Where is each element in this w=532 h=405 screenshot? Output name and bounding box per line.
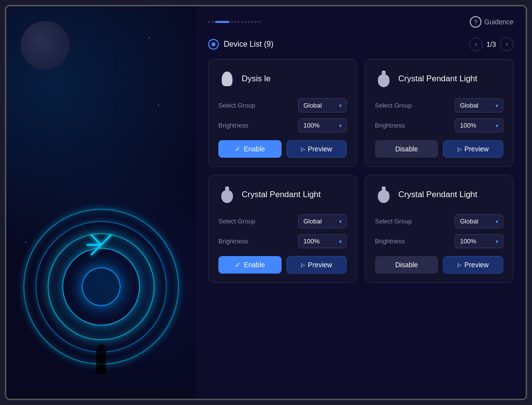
device-card-4: Crystal Pendant Light Select Group Globa… (365, 175, 514, 283)
device-card-3: Crystal Pendant Light Select Group Globa… (208, 175, 357, 283)
card-2-brightness-select-wrapper[interactable]: 100% 75% 50% 25% (455, 118, 503, 132)
cards-grid: Dysis le Select Group Global Group 1 Gro… (208, 59, 514, 283)
card-3-group-label: Select Group (218, 218, 255, 225)
card-1-light-icon (218, 68, 236, 90)
card-1-preview-button[interactable]: ▷ Preview (286, 140, 347, 158)
page-indicator: 1/3 (487, 40, 496, 48)
card-2-group-select[interactable]: Global Group 1 Group 2 (455, 98, 503, 112)
device-list-title: Device List (9) (208, 39, 273, 50)
card-3-group-row: Select Group Global Group 1 Group 2 (218, 214, 347, 228)
card-2-header: Crystal Pendant Light (375, 68, 503, 90)
card-3-actions: ✓ Enable ▷ Preview (218, 256, 347, 274)
card-3-brightness-select[interactable]: 100% 75% 50% 25% (298, 234, 347, 248)
card-3-group-select[interactable]: Global Group 1 Group 2 (298, 214, 347, 228)
card-4-brightness-label: Brightness (375, 238, 405, 245)
right-panel: ? Guidence Device List (9) ‹ 1/3 › (196, 6, 526, 399)
card-4-group-label: Select Group (375, 218, 412, 225)
card-1-brightness-select[interactable]: 100% 75% 50% 25% (298, 118, 347, 132)
card-4-brightness-row: Brightness 100% 75% 50% 25% (375, 234, 503, 248)
card-4-group-select[interactable]: Global Group 1 Group 2 (455, 214, 503, 228)
card-2-brightness-select[interactable]: 100% 75% 50% 25% (455, 118, 503, 132)
card-4-light-icon (375, 184, 392, 205)
card-4-group-row: Select Group Global Group 1 Group 2 (375, 214, 503, 228)
device-card-1: Dysis le Select Group Global Group 1 Gro… (208, 59, 357, 167)
card-1-brightness-row: Brightness 100% 75% 50% 25% (218, 118, 347, 132)
play-icon: ▷ (301, 146, 305, 152)
card-1-group-select[interactable]: Global Group 1 Group 2 (298, 98, 347, 112)
moon-decoration (21, 21, 70, 70)
card-3-light-icon (218, 184, 236, 205)
card-2-actions: Disable ▷ Preview (375, 140, 503, 158)
card-1-brightness-select-wrapper[interactable]: 100% 75% 50% 25% (298, 118, 347, 132)
card-2-brightness-row: Brightness 100% 75% 50% 25% (375, 118, 503, 132)
card-3-brightness-select-wrapper[interactable]: 100% 75% 50% 25% (298, 234, 347, 248)
card-3-brightness-label: Brightness (218, 238, 248, 245)
card-1-group-label: Select Group (218, 102, 255, 109)
progress-indicator (208, 21, 260, 23)
card-3-header: Crystal Pendant Light (218, 184, 347, 205)
card-3-title: Crystal Pendant Light (242, 190, 321, 200)
card-2-group-row: Select Group Global Group 1 Group 2 (375, 98, 503, 112)
top-bar: ? Guidence (208, 16, 514, 28)
card-2-disable-button[interactable]: Disable (375, 140, 438, 158)
human-figure-body (96, 350, 106, 374)
device-list-icon (208, 39, 219, 50)
pagination: ‹ 1/3 › (469, 37, 514, 51)
card-4-brightness-select-wrapper[interactable]: 100% 75% 50% 25% (455, 234, 503, 248)
play-icon-2: ▷ (458, 146, 461, 152)
card-4-group-select-wrapper[interactable]: Global Group 1 Group 2 (455, 214, 503, 228)
card-2-title: Crystal Pendant Light (398, 74, 478, 84)
card-2-group-label: Select Group (375, 102, 412, 109)
card-2-group-select-wrapper[interactable]: Global Group 1 Group 2 (455, 98, 503, 112)
card-1-brightness-label: Brightness (218, 122, 248, 129)
device-list-header: Device List (9) ‹ 1/3 › (208, 37, 514, 51)
card-3-enable-button[interactable]: ✓ Enable (218, 256, 282, 274)
sci-fi-background (6, 6, 196, 399)
card-1-title: Dysis le (242, 74, 271, 84)
card-4-header: Crystal Pendant Light (375, 184, 503, 205)
checkmark-icon: ✓ (235, 145, 241, 153)
device-list-label: Device List (9) (224, 40, 273, 49)
card-1-group-select-wrapper[interactable]: Global Group 1 Group 2 (298, 98, 347, 112)
checkmark-icon-3: ✓ (235, 261, 241, 269)
device-card-2: Crystal Pendant Light Select Group Globa… (365, 59, 514, 167)
card-4-title: Crystal Pendant Light (398, 190, 478, 200)
card-1-header: Dysis le (218, 68, 347, 90)
card-2-preview-button[interactable]: ▷ Preview (443, 140, 503, 158)
help-icon: ? (470, 16, 481, 28)
card-1-group-row: Select Group Global Group 1 Group 2 (218, 98, 347, 112)
card-3-preview-button[interactable]: ▷ Preview (286, 256, 347, 274)
card-1-enable-button[interactable]: ✓ Enable (218, 140, 282, 158)
card-2-brightness-label: Brightness (375, 122, 405, 129)
guidance-button[interactable]: ? Guidence (470, 16, 514, 28)
card-1-actions: ✓ Enable ▷ Preview (218, 140, 347, 158)
prev-page-button[interactable]: ‹ (469, 37, 483, 51)
card-2-light-icon (375, 68, 392, 90)
card-4-preview-button[interactable]: ▷ Preview (443, 256, 503, 274)
next-page-button[interactable]: › (500, 37, 514, 51)
card-3-group-select-wrapper[interactable]: Global Group 1 Group 2 (298, 214, 347, 228)
card-4-disable-button[interactable]: Disable (375, 256, 438, 274)
card-3-brightness-row: Brightness 100% 75% 50% 25% (218, 234, 347, 248)
card-4-actions: Disable ▷ Preview (375, 256, 503, 274)
play-icon-3: ▷ (301, 262, 305, 268)
card-4-brightness-select[interactable]: 100% 75% 50% 25% (455, 234, 503, 248)
play-icon-4: ▷ (458, 262, 461, 268)
guidance-label: Guidence (484, 18, 514, 26)
